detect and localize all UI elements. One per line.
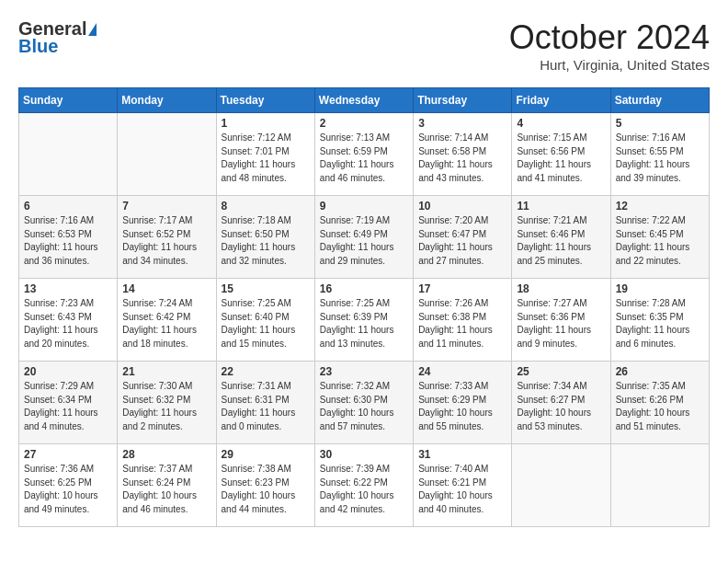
calendar-body: 1Sunrise: 7:12 AM Sunset: 7:01 PM Daylig…: [19, 113, 710, 527]
calendar-cell: 15Sunrise: 7:25 AM Sunset: 6:40 PM Dayli…: [216, 279, 314, 362]
day-info: Sunrise: 7:25 AM Sunset: 6:40 PM Dayligh…: [222, 297, 310, 350]
calendar-cell: 21Sunrise: 7:30 AM Sunset: 6:32 PM Dayli…: [118, 362, 216, 444]
day-info: Sunrise: 7:34 AM Sunset: 6:27 PM Dayligh…: [517, 380, 605, 433]
calendar-cell: 11Sunrise: 7:21 AM Sunset: 6:46 PM Dayli…: [512, 196, 610, 279]
day-number: 1: [222, 117, 310, 130]
day-info: Sunrise: 7:22 AM Sunset: 6:45 PM Dayligh…: [616, 214, 704, 268]
day-info: Sunrise: 7:25 AM Sunset: 6:39 PM Dayligh…: [320, 297, 408, 350]
day-number: 27: [24, 448, 112, 461]
day-info: Sunrise: 7:24 AM Sunset: 6:42 PM Dayligh…: [122, 297, 210, 350]
day-info: Sunrise: 7:32 AM Sunset: 6:30 PM Dayligh…: [320, 380, 408, 433]
day-number: 9: [320, 200, 408, 213]
calendar-cell: 30Sunrise: 7:39 AM Sunset: 6:22 PM Dayli…: [314, 444, 413, 527]
day-number: 26: [616, 365, 704, 378]
calendar-cell: 26Sunrise: 7:35 AM Sunset: 6:26 PM Dayli…: [610, 362, 709, 444]
day-info: Sunrise: 7:40 AM Sunset: 6:21 PM Dayligh…: [418, 463, 506, 516]
day-info: Sunrise: 7:28 AM Sunset: 6:35 PM Dayligh…: [616, 297, 704, 350]
calendar-cell: 6Sunrise: 7:16 AM Sunset: 6:53 PM Daylig…: [19, 196, 118, 279]
day-info: Sunrise: 7:39 AM Sunset: 6:22 PM Dayligh…: [320, 463, 408, 516]
calendar-cell: [512, 444, 610, 527]
day-number: 17: [418, 282, 506, 295]
calendar-cell: 16Sunrise: 7:25 AM Sunset: 6:39 PM Dayli…: [314, 279, 413, 362]
calendar-cell: [610, 444, 709, 527]
day-number: 24: [418, 365, 506, 378]
day-number: 15: [222, 282, 310, 295]
day-number: 14: [122, 282, 210, 295]
day-info: Sunrise: 7:13 AM Sunset: 6:59 PM Dayligh…: [320, 132, 408, 185]
day-info: Sunrise: 7:27 AM Sunset: 6:36 PM Dayligh…: [517, 297, 605, 350]
calendar-cell: [19, 113, 118, 196]
calendar-cell: 2Sunrise: 7:13 AM Sunset: 6:59 PM Daylig…: [314, 113, 413, 196]
day-number: 13: [24, 282, 112, 295]
day-number: 6: [24, 200, 112, 213]
day-number: 11: [517, 200, 605, 213]
calendar-cell: 31Sunrise: 7:40 AM Sunset: 6:21 PM Dayli…: [414, 444, 512, 527]
calendar-cell: 29Sunrise: 7:38 AM Sunset: 6:23 PM Dayli…: [216, 444, 314, 527]
header-row: SundayMondayTuesdayWednesdayThursdayFrid…: [19, 88, 710, 113]
day-header: Tuesday: [216, 88, 314, 113]
day-info: Sunrise: 7:20 AM Sunset: 6:47 PM Dayligh…: [418, 214, 506, 268]
day-info: Sunrise: 7:16 AM Sunset: 6:53 PM Dayligh…: [24, 214, 112, 268]
calendar-week-row: 6Sunrise: 7:16 AM Sunset: 6:53 PM Daylig…: [19, 196, 710, 279]
day-header: Saturday: [610, 88, 709, 113]
day-info: Sunrise: 7:36 AM Sunset: 6:25 PM Dayligh…: [24, 463, 112, 516]
calendar-cell: 10Sunrise: 7:20 AM Sunset: 6:47 PM Dayli…: [414, 196, 512, 279]
day-info: Sunrise: 7:30 AM Sunset: 6:32 PM Dayligh…: [122, 380, 210, 433]
calendar-cell: 14Sunrise: 7:24 AM Sunset: 6:42 PM Dayli…: [118, 279, 216, 362]
day-number: 21: [122, 365, 210, 378]
calendar-cell: 28Sunrise: 7:37 AM Sunset: 6:24 PM Dayli…: [118, 444, 216, 527]
day-number: 19: [616, 282, 704, 295]
calendar-cell: [118, 113, 216, 196]
day-info: Sunrise: 7:21 AM Sunset: 6:46 PM Dayligh…: [517, 214, 605, 268]
day-number: 20: [24, 365, 112, 378]
day-number: 23: [320, 365, 408, 378]
calendar-cell: 27Sunrise: 7:36 AM Sunset: 6:25 PM Dayli…: [19, 444, 118, 527]
day-header: Thursday: [414, 88, 512, 113]
calendar-cell: 9Sunrise: 7:19 AM Sunset: 6:49 PM Daylig…: [314, 196, 413, 279]
page-header: General Blue October 2024 Hurt, Virginia…: [18, 18, 710, 73]
calendar-cell: 23Sunrise: 7:32 AM Sunset: 6:30 PM Dayli…: [314, 362, 413, 444]
day-number: 28: [122, 448, 210, 461]
month-title: October 2024: [509, 18, 710, 57]
day-number: 3: [418, 117, 506, 130]
calendar-cell: 8Sunrise: 7:18 AM Sunset: 6:50 PM Daylig…: [216, 196, 314, 279]
calendar-header: SundayMondayTuesdayWednesdayThursdayFrid…: [19, 88, 710, 113]
calendar-cell: 13Sunrise: 7:23 AM Sunset: 6:43 PM Dayli…: [19, 279, 118, 362]
day-info: Sunrise: 7:17 AM Sunset: 6:52 PM Dayligh…: [122, 214, 210, 268]
day-number: 4: [517, 117, 605, 130]
day-number: 22: [222, 365, 310, 378]
day-info: Sunrise: 7:26 AM Sunset: 6:38 PM Dayligh…: [418, 297, 506, 350]
day-header: Wednesday: [314, 88, 413, 113]
calendar-week-row: 1Sunrise: 7:12 AM Sunset: 7:01 PM Daylig…: [19, 113, 710, 196]
day-info: Sunrise: 7:37 AM Sunset: 6:24 PM Dayligh…: [122, 463, 210, 516]
calendar-cell: 3Sunrise: 7:14 AM Sunset: 6:58 PM Daylig…: [414, 113, 512, 196]
day-header: Monday: [118, 88, 216, 113]
day-number: 7: [122, 200, 210, 213]
day-info: Sunrise: 7:18 AM Sunset: 6:50 PM Dayligh…: [222, 214, 310, 268]
day-number: 31: [418, 448, 506, 461]
calendar-cell: 4Sunrise: 7:15 AM Sunset: 6:56 PM Daylig…: [512, 113, 610, 196]
calendar-cell: 25Sunrise: 7:34 AM Sunset: 6:27 PM Dayli…: [512, 362, 610, 444]
day-info: Sunrise: 7:15 AM Sunset: 6:56 PM Dayligh…: [517, 132, 605, 185]
calendar-week-row: 13Sunrise: 7:23 AM Sunset: 6:43 PM Dayli…: [19, 279, 710, 362]
calendar-cell: 24Sunrise: 7:33 AM Sunset: 6:29 PM Dayli…: [414, 362, 512, 444]
day-info: Sunrise: 7:16 AM Sunset: 6:55 PM Dayligh…: [616, 132, 704, 185]
calendar-cell: 22Sunrise: 7:31 AM Sunset: 6:31 PM Dayli…: [216, 362, 314, 444]
day-number: 2: [320, 117, 408, 130]
day-info: Sunrise: 7:29 AM Sunset: 6:34 PM Dayligh…: [24, 380, 112, 433]
logo-blue-text: Blue: [18, 36, 58, 57]
day-number: 12: [616, 200, 704, 213]
day-number: 18: [517, 282, 605, 295]
calendar-cell: 7Sunrise: 7:17 AM Sunset: 6:52 PM Daylig…: [118, 196, 216, 279]
day-info: Sunrise: 7:14 AM Sunset: 6:58 PM Dayligh…: [418, 132, 506, 185]
calendar-cell: 18Sunrise: 7:27 AM Sunset: 6:36 PM Dayli…: [512, 279, 610, 362]
calendar-cell: 5Sunrise: 7:16 AM Sunset: 6:55 PM Daylig…: [610, 113, 709, 196]
calendar-cell: 20Sunrise: 7:29 AM Sunset: 6:34 PM Dayli…: [19, 362, 118, 444]
day-info: Sunrise: 7:31 AM Sunset: 6:31 PM Dayligh…: [222, 380, 310, 433]
day-info: Sunrise: 7:12 AM Sunset: 7:01 PM Dayligh…: [222, 132, 310, 185]
day-header: Friday: [512, 88, 610, 113]
day-header: Sunday: [19, 88, 118, 113]
day-number: 10: [418, 200, 506, 213]
day-info: Sunrise: 7:19 AM Sunset: 6:49 PM Dayligh…: [320, 214, 408, 268]
day-number: 8: [222, 200, 310, 213]
